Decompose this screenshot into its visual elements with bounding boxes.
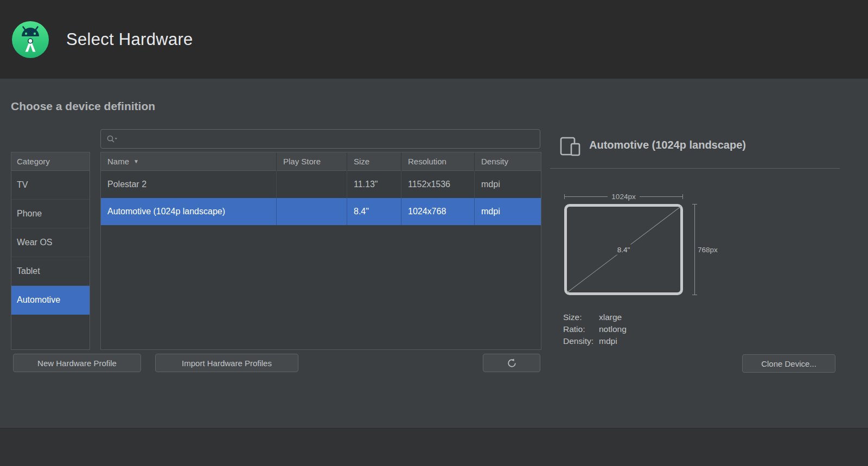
detail-divider [550,168,840,169]
refresh-button[interactable] [483,354,540,372]
spec-ratio-label: Ratio: [563,323,599,335]
clone-device-button[interactable]: Clone Device... [742,354,835,373]
device-screen-diagram: 8.4" [564,204,683,295]
refresh-icon [507,358,517,368]
device-search[interactable] [100,129,540,149]
column-header-resolution[interactable]: Resolution [401,152,475,171]
cell-name: Automotive (1024p landscape) [101,198,277,225]
column-header-density[interactable]: Density [475,152,541,171]
spec-size: Size: xlarge [563,311,627,323]
category-item-wear-os[interactable]: Wear OS [11,228,90,257]
category-item-tv[interactable]: TV [11,171,90,200]
spec-density-value: mdpi [599,335,617,347]
diagonal-size-label: 8.4" [614,245,634,255]
table-row-polestar-2[interactable]: Polestar 2 11.13" 1152x1536 mdpi [101,171,541,198]
cell-density: mdpi [475,171,541,198]
android-studio-logo-icon [11,20,50,59]
new-hardware-profile-button[interactable]: New Hardware Profile [13,354,141,372]
window-title: Select Hardware [66,30,193,49]
search-icon [106,135,118,143]
height-dimension-label: 768px [698,246,718,254]
cell-size: 8.4" [347,198,401,225]
cell-play-store [277,198,347,225]
device-hardware-icon [560,137,580,158]
cell-resolution: 1152x1536 [401,171,475,198]
spec-ratio-value: notlong [599,323,627,335]
spec-size-label: Size: [563,311,599,323]
category-item-tablet[interactable]: Tablet [11,257,90,286]
spec-size-value: xlarge [599,311,622,323]
category-item-automotive[interactable]: Automotive [11,286,90,315]
device-table-header: Name ▼ Play Store Size Resolution Densit… [101,152,541,171]
dialog-footer: ? Cancel Previous Next Finish [0,428,868,466]
category-list: Category TV Phone Wear OS Tablet Automot… [11,152,90,350]
column-header-name[interactable]: Name ▼ [101,152,277,171]
column-header-play-store[interactable]: Play Store [277,152,347,171]
sort-desc-icon: ▼ [133,158,139,164]
cell-resolution: 1024x768 [401,198,475,225]
cell-play-store [277,171,347,198]
device-specs: Size: xlarge Ratio: notlong Density: mdp… [563,311,627,347]
title-bar: Select Hardware [0,0,868,79]
spec-density: Density: mdpi [563,335,627,347]
cell-size: 11.13" [347,171,401,198]
spec-density-label: Density: [563,335,599,347]
category-item-phone[interactable]: Phone [11,200,90,228]
search-input[interactable] [121,135,534,144]
width-dimension: 1024px [564,193,683,200]
width-dimension-label: 1024px [608,193,639,201]
device-table: Name ▼ Play Store Size Resolution Densit… [100,152,541,350]
detail-device-title: Automotive (1024p landscape) [589,139,746,151]
category-header: Category [11,152,90,171]
table-row-automotive-1024p[interactable]: Automotive (1024p landscape) 8.4" 1024x7… [101,198,541,225]
column-header-size[interactable]: Size [347,152,401,171]
spec-ratio: Ratio: notlong [563,323,627,335]
cell-density: mdpi [475,198,541,225]
import-hardware-profiles-button[interactable]: Import Hardware Profiles [155,354,298,372]
height-dimension: 768px [694,204,722,295]
page-heading: Choose a device definition [11,100,155,113]
cell-name: Polestar 2 [101,171,277,198]
